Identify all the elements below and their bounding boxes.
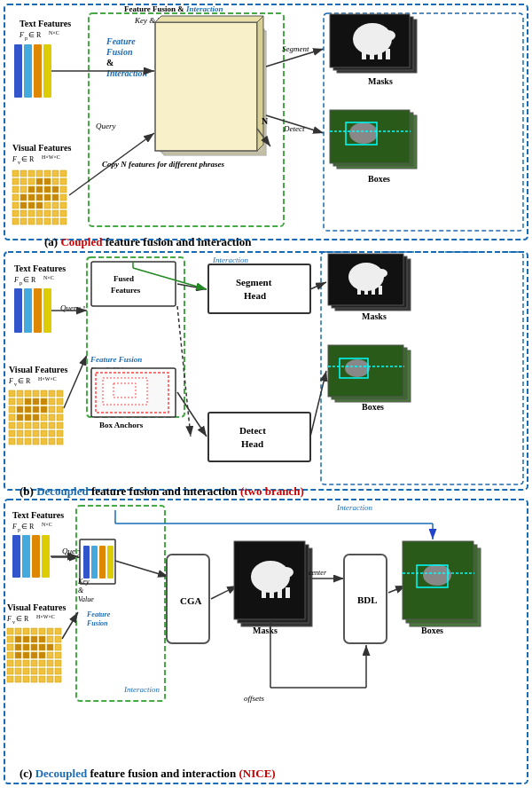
diagram-container: Text Features F p ∈ R N×C Visual Feature…	[0, 0, 532, 795]
svg-text:N×C: N×C	[42, 522, 52, 527]
svg-rect-274	[7, 668, 13, 674]
svg-text:Boxes: Boxes	[421, 626, 443, 635]
svg-text:Head: Head	[244, 290, 266, 301]
svg-marker-78	[155, 16, 263, 22]
svg-rect-257	[39, 644, 45, 650]
svg-text:Query: Query	[96, 122, 116, 130]
svg-rect-102	[386, 49, 390, 59]
svg-rect-171	[25, 438, 31, 445]
svg-rect-9	[43, 44, 51, 98]
svg-rect-283	[23, 676, 29, 682]
svg-text:BDL: BDL	[357, 594, 378, 605]
svg-rect-269	[23, 660, 29, 666]
svg-text:Feature Fusion &: Feature Fusion &	[124, 4, 184, 13]
svg-rect-175	[57, 438, 63, 445]
svg-rect-137	[33, 398, 39, 405]
svg-rect-37	[20, 194, 27, 201]
svg-rect-314	[262, 587, 266, 598]
svg-rect-141	[9, 406, 15, 413]
svg-rect-15	[12, 170, 19, 177]
svg-rect-154	[57, 414, 63, 421]
svg-rect-241	[23, 628, 29, 634]
svg-rect-316	[278, 587, 282, 598]
svg-text:F: F	[8, 377, 13, 385]
svg-rect-155	[9, 422, 15, 429]
svg-text:Box Anchors: Box Anchors	[99, 421, 144, 429]
svg-rect-284	[31, 676, 37, 682]
svg-rect-169	[9, 438, 15, 445]
svg-rect-57	[12, 218, 19, 224]
svg-point-98	[381, 30, 395, 41]
svg-rect-277	[31, 668, 37, 674]
svg-text:Visual Features: Visual Features	[7, 602, 66, 612]
svg-rect-44	[20, 202, 27, 209]
svg-rect-162	[9, 430, 15, 437]
svg-rect-239	[7, 628, 13, 634]
svg-rect-147	[57, 406, 63, 413]
svg-rect-131	[41, 390, 47, 397]
svg-text:Feature: Feature	[106, 36, 136, 46]
svg-text:Value: Value	[78, 595, 94, 603]
svg-text:N×C: N×C	[49, 30, 59, 35]
svg-text:Boxes: Boxes	[368, 174, 390, 184]
svg-rect-58	[20, 218, 27, 224]
svg-text:p: p	[25, 35, 27, 41]
svg-rect-60	[36, 218, 43, 224]
svg-rect-23	[20, 178, 27, 185]
svg-rect-279	[47, 668, 53, 674]
svg-rect-42	[60, 194, 66, 201]
svg-rect-266	[55, 652, 61, 658]
svg-rect-53	[36, 210, 43, 216]
svg-text:v: v	[18, 160, 20, 165]
svg-rect-39	[36, 194, 43, 201]
svg-text:Interaction: Interaction	[212, 256, 248, 264]
svg-rect-270	[31, 660, 37, 666]
svg-rect-242	[31, 628, 37, 634]
svg-rect-272	[47, 660, 53, 666]
svg-rect-245	[55, 628, 61, 634]
svg-rect-262	[23, 652, 29, 658]
svg-text:p: p	[18, 527, 20, 532]
svg-text:F: F	[19, 31, 24, 39]
svg-text:Features: Features	[111, 286, 141, 295]
svg-rect-133	[57, 390, 63, 397]
svg-rect-170	[17, 438, 23, 445]
svg-rect-17	[28, 170, 35, 177]
svg-text:Fusion: Fusion	[86, 619, 108, 627]
svg-rect-152	[41, 414, 47, 421]
svg-text:Text Features: Text Features	[20, 19, 71, 28]
svg-rect-248	[23, 636, 29, 642]
svg-rect-268	[15, 660, 21, 666]
svg-rect-278	[39, 668, 45, 674]
svg-rect-243	[39, 628, 45, 634]
svg-text:p: p	[20, 280, 22, 286]
svg-text:offsets: offsets	[244, 694, 264, 703]
svg-rect-30	[20, 186, 27, 193]
svg-rect-31	[28, 186, 35, 193]
svg-rect-41	[52, 194, 59, 201]
svg-text:H×W×C: H×W×C	[38, 376, 57, 382]
svg-rect-32	[36, 186, 43, 193]
svg-rect-165	[33, 430, 39, 437]
svg-rect-29	[12, 186, 19, 193]
svg-rect-251	[47, 636, 53, 642]
svg-text:Masks: Masks	[253, 626, 278, 635]
svg-rect-18	[36, 170, 43, 177]
svg-line-178	[64, 355, 87, 408]
svg-rect-249	[31, 636, 37, 642]
svg-rect-276	[23, 668, 29, 674]
svg-rect-157	[25, 422, 31, 429]
svg-rect-317	[286, 587, 290, 598]
svg-rect-130	[33, 390, 39, 397]
svg-rect-63	[60, 218, 66, 224]
svg-rect-285	[39, 676, 45, 682]
svg-rect-40	[44, 194, 51, 201]
svg-rect-315	[270, 587, 274, 598]
svg-rect-21	[60, 170, 66, 177]
svg-rect-8	[34, 44, 42, 98]
svg-rect-143	[25, 406, 31, 413]
svg-rect-54	[44, 210, 51, 216]
svg-rect-119	[24, 288, 32, 333]
svg-rect-49	[60, 202, 66, 209]
svg-text:∈ R: ∈ R	[28, 31, 42, 39]
